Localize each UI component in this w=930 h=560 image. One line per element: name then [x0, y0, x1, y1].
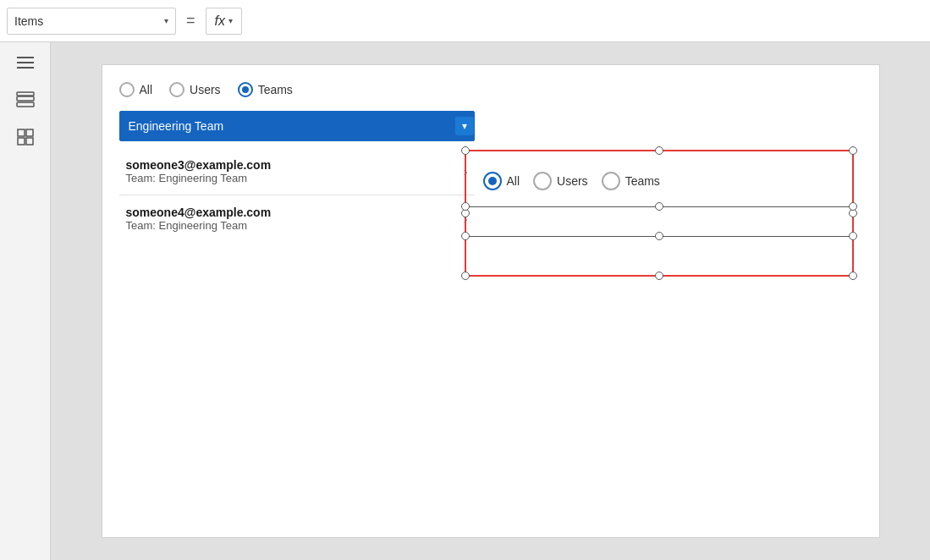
grid-icon[interactable] — [15, 127, 36, 147]
teams-dropdown-arrow-icon: ▾ — [455, 117, 474, 135]
radio-teams[interactable]: Teams — [238, 82, 293, 97]
dropdown-chevron-icon: ▾ — [164, 16, 168, 25]
handle-bottom-center[interactable] — [655, 272, 663, 280]
teams-dropdown-label: Engineering Team — [129, 119, 224, 133]
handle-line1-left[interactable] — [461, 202, 470, 211]
layers-icon[interactable] — [15, 90, 36, 110]
handle-bottom-left[interactable] — [461, 272, 470, 280]
widget-radio-users[interactable]: Users — [533, 172, 588, 190]
radio-all-circle — [119, 82, 135, 97]
handle-line1-right[interactable] — [849, 202, 857, 211]
radio-users[interactable]: Users — [169, 82, 221, 97]
radio-group: All Users Teams — [119, 82, 862, 97]
svg-rect-4 — [17, 102, 34, 107]
list-item-team-1: Team: Engineering Team — [126, 172, 272, 184]
canvas: All Users Teams Engineering Team ▾ someo… — [102, 64, 880, 538]
main-content: All Users Teams Engineering Team ▾ someo… — [51, 42, 930, 560]
handle-top-left[interactable] — [461, 146, 470, 155]
list-item-team-2: Team: Engineering Team — [126, 219, 272, 232]
handle-line2-right[interactable] — [849, 232, 857, 240]
hamburger-icon[interactable] — [15, 52, 36, 73]
widget-radio-teams-label: Teams — [625, 174, 660, 188]
handle-line1-center[interactable] — [655, 202, 663, 211]
equals-symbol: = — [183, 12, 199, 30]
list-item-email-1: someone3@example.com — [126, 158, 272, 172]
sidebar — [0, 42, 51, 560]
fx-chevron-icon: ▾ — [228, 16, 233, 25]
svg-rect-5 — [17, 92, 34, 96]
widget-radio-users-circle — [533, 172, 552, 190]
handle-bottom-right[interactable] — [849, 272, 857, 280]
teams-dropdown[interactable]: Engineering Team ▾ — [119, 111, 475, 141]
handle-top-center[interactable] — [655, 146, 663, 155]
widget-radio-users-label: Users — [557, 174, 588, 188]
selection-widget[interactable]: All Users Teams — [465, 150, 854, 277]
handle-line2-center[interactable] — [655, 232, 663, 240]
svg-rect-3 — [17, 96, 34, 101]
widget-radio-all-label: All — [507, 174, 520, 188]
items-dropdown[interactable]: Items ▾ — [7, 8, 176, 35]
radio-all[interactable]: All — [119, 82, 153, 97]
svg-rect-8 — [18, 138, 25, 145]
list-item[interactable]: someone4@example.com Team: Engineering T… — [119, 195, 475, 242]
list-item[interactable]: someone3@example.com Team: Engineering T… — [119, 148, 475, 195]
fx-button[interactable]: fx ▾ — [206, 8, 242, 35]
handle-line2-left[interactable] — [461, 232, 470, 240]
radio-users-circle — [169, 82, 184, 97]
items-dropdown-label: Items — [14, 14, 43, 28]
widget-radio-group: All Users Teams — [483, 172, 660, 190]
list-item-email-2: someone4@example.com — [126, 206, 272, 219]
radio-all-label: All — [140, 83, 153, 96]
widget-radio-all[interactable]: All — [483, 172, 520, 190]
widget-radio-teams-circle — [602, 172, 620, 190]
widget-radio-all-circle — [483, 172, 502, 190]
handle-top-right[interactable] — [849, 146, 857, 155]
fx-label: fx — [215, 14, 225, 29]
radio-teams-label: Teams — [258, 83, 293, 96]
radio-teams-circle — [238, 82, 253, 97]
svg-rect-7 — [26, 129, 33, 136]
toolbar: Items ▾ = fx ▾ — [0, 0, 930, 42]
widget-radio-teams[interactable]: Teams — [602, 172, 660, 190]
radio-users-label: Users — [190, 83, 221, 96]
svg-rect-9 — [26, 138, 33, 145]
svg-rect-6 — [18, 129, 25, 136]
